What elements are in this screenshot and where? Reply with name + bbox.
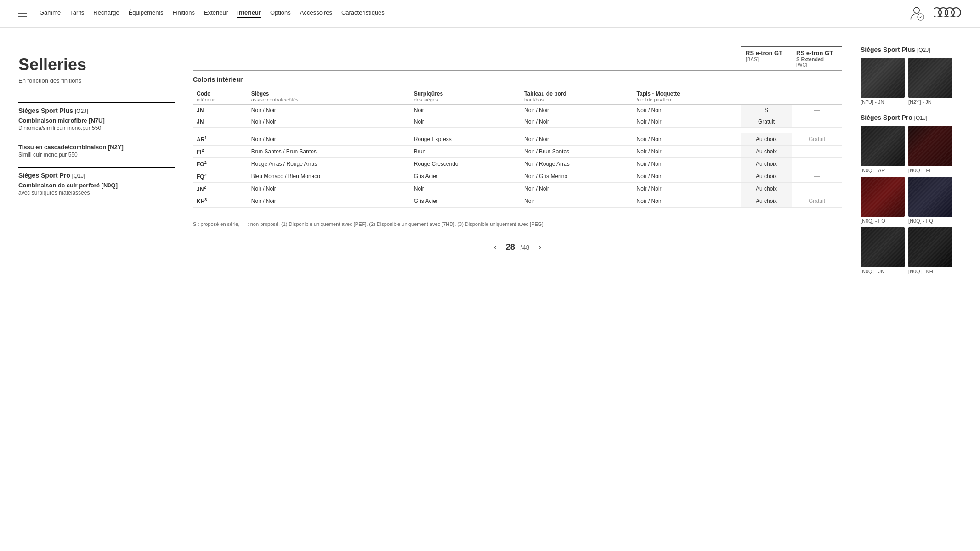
cell-tapis: Noir / Noir — [633, 183, 741, 195]
cell-tableau: Noir / Gris Merino — [521, 170, 633, 183]
svg-point-5 — [952, 8, 961, 17]
cell-rs-bas: Au choix — [741, 146, 792, 158]
cell-surpiqures: Noir — [410, 183, 521, 195]
person-icon[interactable] — [908, 5, 925, 22]
table-row: KH3 Noir / Noir Gris Acier Noir Noir / N… — [193, 195, 842, 208]
table-area: RS e-tron GT [BAS] RS e-tron GT S Extend… — [193, 46, 842, 283]
thumbnail-item[interactable]: [N0Q] - FI — [908, 126, 952, 173]
col-sieges: Sièges assise centrale/côtés — [248, 88, 410, 105]
col-tapis: Tapis - Moquette /ciel de pavillon — [633, 88, 741, 105]
cell-code: KH3 — [193, 195, 248, 208]
cell-tapis: Noir / Noir — [633, 170, 741, 183]
cell-code: JN2 — [193, 183, 248, 195]
hamburger-menu[interactable] — [18, 11, 27, 17]
sport-pro-thumbnails: [N0Q] - AR [N0Q] - FI [N0Q] - FO [N0Q] -… — [861, 126, 952, 274]
thumbnail-item[interactable]: [N2Y] - JN — [908, 58, 952, 105]
cell-rs-bas: Au choix — [741, 195, 792, 208]
nav-links: Gamme Tarifs Recharge Équipements Finiti… — [40, 9, 385, 18]
cell-sieges: Noir / Noir — [248, 195, 410, 208]
cell-tableau: Noir / Noir — [521, 183, 633, 195]
cell-code: AR1 — [193, 133, 248, 146]
nav-gamme[interactable]: Gamme — [40, 9, 61, 18]
thumbnail-swatch — [861, 227, 905, 267]
thumbnail-item[interactable]: [N0Q] - AR — [861, 126, 905, 173]
thumbnail-swatch — [908, 126, 952, 166]
combo-microfibre-title: Combinaison microfibre [N7U] — [18, 117, 175, 124]
page-current: 28 — [506, 242, 515, 252]
thumbnail-item[interactable]: [N0Q] - KH — [908, 227, 952, 274]
thumbnail-item[interactable]: [N0Q] - FQ — [908, 177, 952, 224]
thumbnail-label: [N0Q] - FO — [861, 218, 905, 224]
cell-sieges: Brun Santos / Brun Santos — [248, 146, 410, 158]
nav-interieur[interactable]: Intérieur — [237, 9, 261, 18]
cell-rs-bas: Au choix — [741, 133, 792, 146]
thumbnail-label: [N0Q] - KH — [908, 269, 952, 274]
svg-point-0 — [914, 7, 920, 13]
thumbnail-item[interactable]: [N0Q] - JN — [861, 227, 905, 274]
table-row: JN2 Noir / Noir Noir Noir / Noir Noir / … — [193, 183, 842, 195]
thumbnail-label: [N7U] - JN — [861, 99, 905, 105]
right-panel: Sièges Sport Plus [Q2J] [N7U] - JN [N2Y]… — [861, 46, 952, 283]
cell-rs-wcf: — — [792, 170, 842, 183]
cell-rs-bas: Au choix — [741, 158, 792, 170]
cell-sieges: Noir / Noir — [248, 183, 410, 195]
cell-sieges: Noir / Noir — [248, 133, 410, 146]
rs-header-bas: RS e-tron GT [BAS] — [741, 46, 792, 70]
sport-plus-thumbnails: [N7U] - JN [N2Y] - JN — [861, 58, 952, 105]
cell-sieges: Noir / Noir — [248, 116, 410, 128]
combo-cuir-title: Combinaison de cuir perforé [N0Q] — [18, 182, 175, 189]
cell-tapis: Noir / Noir — [633, 116, 741, 128]
footnote: S : proposé en série, — : non proposé. (… — [193, 221, 842, 227]
cell-rs-bas: Au choix — [741, 170, 792, 183]
cell-tableau: Noir / Noir — [521, 116, 633, 128]
cell-code: FO2 — [193, 158, 248, 170]
nav-options[interactable]: Options — [270, 9, 291, 18]
cell-surpiqures: Noir — [410, 105, 521, 116]
thumbnail-item[interactable]: [N0Q] - FO — [861, 177, 905, 224]
selleries-table: Code intérieur Sièges assise centrale/cô… — [193, 88, 842, 208]
nav-recharge[interactable]: Recharge — [93, 9, 119, 18]
cell-surpiqures: Rouge Express — [410, 133, 521, 146]
next-page-button[interactable]: › — [535, 241, 545, 254]
thumbnail-item[interactable]: [N7U] - JN — [861, 58, 905, 105]
cell-rs-wcf: — — [792, 105, 842, 116]
cell-tapis: Noir / Noir — [633, 146, 741, 158]
cell-tableau: Noir / Noir — [521, 133, 633, 146]
prev-page-button[interactable]: ‹ — [490, 241, 500, 254]
col-rs-wcf — [792, 88, 842, 105]
thumbnail-swatch — [861, 126, 905, 166]
cell-rs-bas: Gratuit — [741, 116, 792, 128]
sport-pro-section: Sièges Sport Pro [Q1J] — [18, 167, 175, 179]
rs-header-wcf: RS e-tron GT S Extended [WCF] — [792, 46, 842, 70]
cell-rs-bas: S — [741, 105, 792, 116]
thumbnail-label: [N0Q] - JN — [861, 269, 905, 274]
table-row: AR1 Noir / Noir Rouge Express Noir / Noi… — [193, 133, 842, 146]
main-nav: Gamme Tarifs Recharge Équipements Finiti… — [0, 0, 980, 28]
cell-rs-wcf: Gratuit — [792, 133, 842, 146]
col-tableau: Tableau de bord haut/bas — [521, 88, 633, 105]
thumbnail-swatch — [908, 58, 952, 98]
cell-tapis: Noir / Noir — [633, 133, 741, 146]
nav-caracteristiques[interactable]: Caractéristiques — [341, 9, 385, 18]
cell-code: JN — [193, 105, 248, 116]
table-row: FI2 Brun Santos / Brun Santos Brun Noir … — [193, 146, 842, 158]
svg-point-1 — [918, 14, 924, 20]
right-sport-plus-title: Sièges Sport Plus [Q2J] — [861, 46, 952, 53]
nav-exterieur[interactable]: Extérieur — [204, 9, 228, 18]
nav-equipements[interactable]: Équipements — [129, 9, 164, 18]
thumbnail-swatch — [861, 177, 905, 217]
thumbnail-swatch — [908, 227, 952, 267]
cell-tapis: Noir / Noir — [633, 105, 741, 116]
combo-tissu-sub: Simili cuir mono.pur 550 — [18, 152, 175, 158]
cell-sieges: Rouge Arras / Rouge Arras — [248, 158, 410, 170]
nav-accessoires[interactable]: Accessoires — [300, 9, 332, 18]
nav-tarifs[interactable]: Tarifs — [70, 9, 84, 18]
pagination: ‹ 28 /48 › — [193, 241, 842, 263]
cell-surpiqures: Brun — [410, 146, 521, 158]
left-sidebar: Selleries En fonction des finitions Sièg… — [18, 46, 175, 283]
main-content: Selleries En fonction des finitions Sièg… — [0, 28, 980, 302]
nav-finitions[interactable]: Finitions — [173, 9, 195, 18]
cell-rs-wcf: — — [792, 116, 842, 128]
cell-surpiqures: Noir — [410, 116, 521, 128]
thumbnail-label: [N0Q] - FI — [908, 168, 952, 173]
